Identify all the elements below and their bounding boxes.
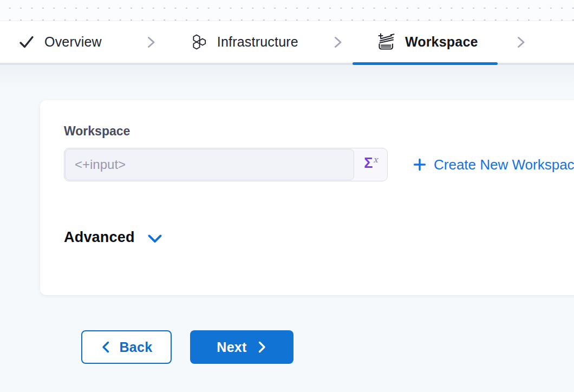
expression-sigma-button[interactable]: Σ x xyxy=(355,148,387,181)
sigma-sup-x: x xyxy=(373,155,377,165)
workspace-field-row: Σ x Create New Workspace xyxy=(64,148,574,181)
chevron-right-icon xyxy=(256,341,267,354)
step-workspace[interactable]: Workspace xyxy=(376,21,478,63)
back-button[interactable]: Back xyxy=(81,330,172,364)
workspace-form-card: Workspace Σ x Create New Workspace Advan… xyxy=(40,100,574,295)
chevron-down-icon xyxy=(147,233,163,245)
wizard-body: Workspace Σ x Create New Workspace Advan… xyxy=(0,65,574,392)
wizard-footer: Back Next xyxy=(81,330,574,364)
workspace-input-group: Σ x xyxy=(64,148,388,181)
sigma-icon: Σ xyxy=(364,156,373,171)
chevron-right-icon xyxy=(513,35,529,50)
step-infrastructure-label: Infrastructure xyxy=(217,34,298,50)
wizard-stepper: Overview Infrastructure xyxy=(0,21,574,65)
plus-icon xyxy=(413,158,427,172)
chevron-left-icon xyxy=(101,341,112,354)
create-new-workspace-link[interactable]: Create New Workspace xyxy=(413,156,574,173)
create-new-workspace-label: Create New Workspace xyxy=(434,156,574,173)
workspace-field-label: Workspace xyxy=(64,124,574,139)
workspace-input[interactable] xyxy=(65,149,354,180)
hexagon-cluster-icon xyxy=(191,34,208,50)
chevron-right-icon xyxy=(330,35,345,50)
advanced-label: Advanced xyxy=(64,229,135,246)
step-overview[interactable]: Overview xyxy=(18,21,102,63)
next-button[interactable]: Next xyxy=(190,330,293,364)
chevron-right-icon xyxy=(144,35,159,50)
back-button-label: Back xyxy=(120,339,153,355)
next-button-label: Next xyxy=(217,339,246,355)
step-overview-label: Overview xyxy=(44,34,102,50)
dotted-header-strip xyxy=(0,0,574,21)
workspace-stack-icon xyxy=(376,33,396,51)
active-step-underline xyxy=(353,62,498,65)
step-infrastructure[interactable]: Infrastructure xyxy=(191,21,298,63)
check-icon xyxy=(18,34,35,51)
step-workspace-label: Workspace xyxy=(405,34,478,50)
advanced-toggle[interactable]: Advanced xyxy=(64,229,163,246)
